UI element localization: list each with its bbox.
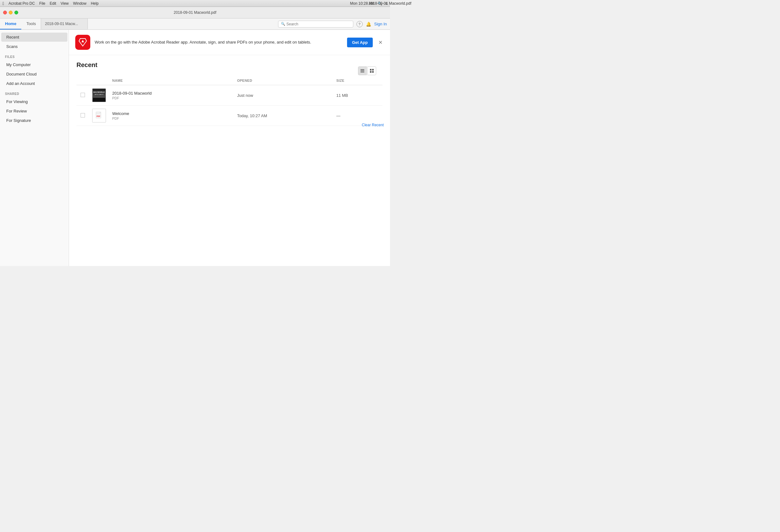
file-menu[interactable]: File — [39, 1, 45, 6]
row-checkbox[interactable] — [81, 113, 85, 117]
window-menu[interactable]: Window — [73, 1, 87, 6]
sidebar-item-my-computer[interactable]: My Computer — [1, 60, 67, 69]
row-checkbox-cell[interactable] — [77, 85, 89, 106]
col-thumb — [89, 76, 109, 85]
col-name[interactable]: NAME — [109, 76, 234, 85]
file-opened-time: Just now — [237, 93, 253, 98]
list-view-icon — [360, 69, 364, 73]
file-size: 11 MB — [336, 93, 348, 98]
col-opened[interactable]: OPENED — [234, 76, 333, 85]
tab-home[interactable]: Home — [0, 18, 21, 30]
acrobat-app-icon — [75, 35, 90, 50]
sidebar-item-add-account[interactable]: Add an Account — [1, 79, 67, 88]
row-thumb-cell: MACWORLDAPPLE WATCH — [89, 85, 109, 106]
sidebar-item-document-cloud[interactable]: Document Cloud — [1, 69, 67, 78]
svg-rect-0 — [360, 69, 364, 70]
edit-menu[interactable]: Edit — [50, 1, 56, 6]
svg-rect-4 — [372, 69, 374, 70]
main-layout: Recent Scans FILES My Computer Document … — [0, 30, 390, 266]
minimize-window-button[interactable] — [9, 11, 12, 14]
get-app-button[interactable]: Get App — [347, 38, 373, 47]
grid-view-button[interactable] — [368, 66, 376, 75]
row-size-cell: 11 MB — [333, 85, 383, 106]
svg-text:PDF: PDF — [97, 115, 100, 117]
recent-header-row: Recent — [77, 61, 383, 73]
table-row[interactable]: PDF Welcome PDF Today, 10:27 AM — — [77, 106, 383, 126]
apple-menu[interactable]:  — [2, 1, 4, 6]
search-input-wrap[interactable]: 🔍 — [278, 21, 353, 28]
file-size: — — [336, 113, 340, 118]
sidebar: Recent Scans FILES My Computer Document … — [0, 30, 69, 266]
notifications-icon[interactable]: 🔔 — [366, 21, 371, 26]
view-toggles — [358, 66, 376, 75]
sign-in-button[interactable]: Sign In — [374, 21, 387, 26]
pdf-icon-svg: PDF — [95, 111, 103, 120]
list-view-button[interactable] — [358, 66, 367, 75]
promo-banner: Work on the go with the Adobe Acrobat Re… — [69, 30, 390, 55]
row-checkbox[interactable] — [81, 93, 85, 97]
sidebar-item-for-signature[interactable]: For Signature — [1, 116, 67, 125]
svg-rect-8 — [96, 113, 100, 113]
svg-rect-6 — [372, 71, 374, 73]
svg-rect-2 — [360, 72, 364, 72]
title-bar: 2018-09-01 Macworld.pdf — [0, 7, 390, 18]
file-table: NAME OPENED SIZE — [77, 76, 383, 126]
sidebar-section-files: FILES — [0, 51, 69, 60]
file-name: 2018-09-01 Macworld — [112, 91, 231, 96]
file-opened-time: Today, 10:27 AM — [237, 113, 267, 118]
search-bar-area: 🔍 ? 🔔 Sign In — [88, 18, 390, 30]
svg-rect-5 — [370, 71, 372, 73]
row-opened-cell: Just now — [234, 85, 333, 106]
clear-recent-button[interactable]: Clear Recent — [362, 123, 384, 127]
traffic-lights — [3, 11, 18, 14]
col-size[interactable]: SIZE — [333, 76, 383, 85]
tab-bar: Home Tools 2018-09-01 Macw... 🔍 ? 🔔 Sign… — [0, 18, 390, 30]
row-opened-cell: Today, 10:27 AM — [234, 106, 333, 126]
fullscreen-button[interactable] — [14, 11, 18, 14]
file-name: Welcome — [112, 111, 231, 116]
app-name[interactable]: Acrobat Pro DC — [8, 1, 35, 6]
sidebar-item-for-viewing[interactable]: For Viewing — [1, 97, 67, 106]
help-button[interactable]: ? — [356, 21, 363, 27]
help-menu[interactable]: Help — [91, 1, 99, 6]
acrobat-logo-svg — [78, 37, 88, 47]
tab-tools[interactable]: Tools — [21, 18, 41, 30]
sidebar-item-recent[interactable]: Recent — [1, 33, 67, 42]
row-checkbox-cell[interactable] — [77, 106, 89, 126]
search-icon: 🔍 — [281, 22, 285, 26]
close-window-button[interactable] — [3, 11, 7, 14]
banner-text: Work on the go with the Adobe Acrobat Re… — [95, 39, 343, 45]
view-menu[interactable]: View — [60, 1, 69, 6]
file-type: PDF — [112, 96, 231, 100]
title-filename: 2018-09-01 Macworld.pdf — [174, 10, 216, 15]
recent-title: Recent — [77, 61, 97, 69]
col-checkbox — [77, 76, 89, 85]
file-type: PDF — [112, 116, 231, 120]
row-file-name-cell: Welcome PDF — [109, 106, 234, 126]
svg-rect-3 — [370, 69, 372, 70]
window-title: 2018-09-01 Macworld.pdf — [369, 1, 390, 6]
svg-rect-1 — [360, 70, 364, 71]
recent-section: Recent — [69, 55, 390, 132]
table-row[interactable]: MACWORLDAPPLE WATCH 2018-09-01 Macworld … — [77, 85, 383, 106]
row-file-name-cell: 2018-09-01 Macworld PDF — [109, 85, 234, 106]
tab-document[interactable]: 2018-09-01 Macw... — [41, 18, 88, 30]
sidebar-section-shared: SHARED — [0, 88, 69, 97]
row-thumb-cell: PDF — [89, 106, 109, 126]
grid-view-icon — [370, 69, 374, 73]
macworld-thumbnail: MACWORLDAPPLE WATCH — [92, 88, 106, 102]
content-area: Work on the go with the Adobe Acrobat Re… — [69, 30, 390, 266]
pdf-thumbnail: PDF — [92, 109, 106, 122]
menu-bar:  Acrobat Pro DC File Edit View Window H… — [0, 0, 390, 7]
close-banner-button[interactable]: ✕ — [377, 38, 384, 47]
sidebar-item-scans[interactable]: Scans — [1, 42, 67, 51]
sidebar-item-for-review[interactable]: For Review — [1, 107, 67, 116]
search-input[interactable] — [287, 22, 350, 26]
